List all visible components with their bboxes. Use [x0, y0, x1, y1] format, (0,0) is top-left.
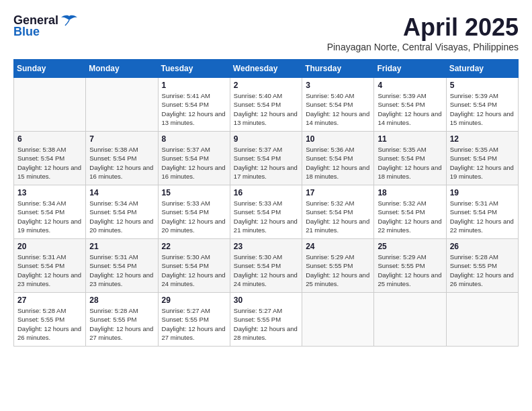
cell-info: Sunrise: 5:33 AMSunset: 5:54 PMDaylight:…	[162, 199, 226, 234]
day-number: 25	[378, 242, 442, 251]
calendar-cell	[374, 293, 446, 347]
calendar-cell: 28Sunrise: 5:28 AMSunset: 5:55 PMDayligh…	[86, 293, 158, 347]
calendar-cell: 17Sunrise: 5:32 AMSunset: 5:54 PMDayligh…	[302, 185, 374, 239]
calendar-cell: 29Sunrise: 5:27 AMSunset: 5:55 PMDayligh…	[158, 293, 230, 347]
location-subtitle: Pinayagan Norte, Central Visayas, Philip…	[327, 42, 519, 52]
calendar-cell	[446, 293, 518, 347]
cell-info: Sunrise: 5:32 AMSunset: 5:54 PMDaylight:…	[378, 199, 442, 234]
day-number: 26	[450, 242, 515, 251]
calendar-cell: 3Sunrise: 5:40 AMSunset: 5:54 PMDaylight…	[302, 78, 374, 132]
page-header: General Blue April 2025 Pinayagan Norte,…	[13, 13, 519, 52]
day-number: 21	[89, 242, 154, 251]
calendar-header-wednesday: Wednesday	[230, 60, 302, 78]
cell-info: Sunrise: 5:29 AMSunset: 5:55 PMDaylight:…	[378, 253, 442, 288]
cell-info: Sunrise: 5:31 AMSunset: 5:54 PMDaylight:…	[17, 253, 82, 288]
calendar-table: SundayMondayTuesdayWednesdayThursdayFrid…	[13, 59, 519, 347]
calendar-cell: 8Sunrise: 5:37 AMSunset: 5:54 PMDaylight…	[158, 132, 230, 185]
cell-info: Sunrise: 5:31 AMSunset: 5:54 PMDaylight:…	[450, 199, 515, 234]
day-number: 14	[89, 188, 154, 197]
calendar-cell: 16Sunrise: 5:33 AMSunset: 5:54 PMDayligh…	[230, 185, 302, 239]
day-number: 29	[162, 295, 226, 305]
cell-info: Sunrise: 5:38 AMSunset: 5:54 PMDaylight:…	[17, 145, 82, 181]
calendar-header-monday: Monday	[86, 60, 158, 78]
day-number: 2	[234, 81, 298, 90]
calendar-cell: 14Sunrise: 5:34 AMSunset: 5:54 PMDayligh…	[86, 185, 158, 239]
day-number: 10	[306, 134, 370, 144]
cell-info: Sunrise: 5:37 AMSunset: 5:54 PMDaylight:…	[162, 145, 226, 181]
calendar-cell	[302, 293, 374, 347]
cell-info: Sunrise: 5:29 AMSunset: 5:55 PMDaylight:…	[306, 253, 370, 288]
day-number: 30	[234, 295, 298, 305]
day-number: 5	[450, 81, 515, 90]
calendar-cell: 18Sunrise: 5:32 AMSunset: 5:54 PMDayligh…	[374, 185, 446, 239]
day-number: 22	[162, 242, 226, 251]
day-number: 12	[450, 134, 515, 144]
calendar-header-saturday: Saturday	[446, 60, 518, 78]
day-number: 6	[17, 134, 82, 144]
day-number: 17	[306, 188, 370, 197]
calendar-week-row: 13Sunrise: 5:34 AMSunset: 5:54 PMDayligh…	[14, 185, 519, 239]
calendar-cell: 9Sunrise: 5:37 AMSunset: 5:54 PMDaylight…	[230, 132, 302, 185]
calendar-cell: 15Sunrise: 5:33 AMSunset: 5:54 PMDayligh…	[158, 185, 230, 239]
month-year-title: April 2025	[327, 13, 519, 42]
calendar-cell	[86, 78, 158, 132]
calendar-cell: 10Sunrise: 5:36 AMSunset: 5:54 PMDayligh…	[302, 132, 374, 185]
day-number: 20	[17, 242, 82, 251]
day-number: 16	[234, 188, 298, 197]
day-number: 1	[162, 81, 226, 90]
calendar-cell: 11Sunrise: 5:35 AMSunset: 5:54 PMDayligh…	[374, 132, 446, 185]
cell-info: Sunrise: 5:33 AMSunset: 5:54 PMDaylight:…	[234, 199, 298, 234]
calendar-header-thursday: Thursday	[302, 60, 374, 78]
calendar-cell: 13Sunrise: 5:34 AMSunset: 5:54 PMDayligh…	[14, 185, 86, 239]
day-number: 19	[450, 188, 515, 197]
calendar-week-row: 1Sunrise: 5:41 AMSunset: 5:54 PMDaylight…	[14, 78, 519, 132]
cell-info: Sunrise: 5:30 AMSunset: 5:54 PMDaylight:…	[162, 253, 226, 288]
calendar-header-sunday: Sunday	[14, 60, 86, 78]
calendar-cell	[14, 78, 86, 132]
calendar-header-row: SundayMondayTuesdayWednesdayThursdayFrid…	[14, 60, 519, 78]
calendar-cell: 25Sunrise: 5:29 AMSunset: 5:55 PMDayligh…	[374, 239, 446, 293]
logo: General Blue	[13, 13, 79, 39]
cell-info: Sunrise: 5:31 AMSunset: 5:54 PMDaylight:…	[89, 253, 154, 288]
day-number: 23	[234, 242, 298, 251]
cell-info: Sunrise: 5:27 AMSunset: 5:55 PMDaylight:…	[234, 306, 298, 342]
calendar-week-row: 27Sunrise: 5:28 AMSunset: 5:55 PMDayligh…	[14, 293, 519, 347]
cell-info: Sunrise: 5:28 AMSunset: 5:55 PMDaylight:…	[450, 253, 515, 288]
cell-info: Sunrise: 5:40 AMSunset: 5:54 PMDaylight:…	[306, 91, 370, 127]
cell-info: Sunrise: 5:38 AMSunset: 5:54 PMDaylight:…	[89, 145, 154, 181]
cell-info: Sunrise: 5:30 AMSunset: 5:54 PMDaylight:…	[234, 253, 298, 288]
cell-info: Sunrise: 5:32 AMSunset: 5:54 PMDaylight:…	[306, 199, 370, 234]
day-number: 28	[89, 295, 154, 305]
calendar-cell: 6Sunrise: 5:38 AMSunset: 5:54 PMDaylight…	[14, 132, 86, 185]
cell-info: Sunrise: 5:36 AMSunset: 5:54 PMDaylight:…	[306, 145, 370, 181]
calendar-cell: 12Sunrise: 5:35 AMSunset: 5:54 PMDayligh…	[446, 132, 518, 185]
cell-info: Sunrise: 5:28 AMSunset: 5:55 PMDaylight:…	[89, 306, 154, 342]
calendar-week-row: 6Sunrise: 5:38 AMSunset: 5:54 PMDaylight…	[14, 132, 519, 185]
cell-info: Sunrise: 5:41 AMSunset: 5:54 PMDaylight:…	[162, 91, 226, 127]
cell-info: Sunrise: 5:39 AMSunset: 5:54 PMDaylight:…	[450, 91, 515, 127]
cell-info: Sunrise: 5:35 AMSunset: 5:54 PMDaylight:…	[450, 145, 515, 181]
calendar-cell: 4Sunrise: 5:39 AMSunset: 5:54 PMDaylight…	[374, 78, 446, 132]
calendar-cell: 19Sunrise: 5:31 AMSunset: 5:54 PMDayligh…	[446, 185, 518, 239]
calendar-cell: 5Sunrise: 5:39 AMSunset: 5:54 PMDaylight…	[446, 78, 518, 132]
day-number: 15	[162, 188, 226, 197]
day-number: 3	[306, 81, 370, 90]
calendar-cell: 21Sunrise: 5:31 AMSunset: 5:54 PMDayligh…	[86, 239, 158, 293]
calendar-cell: 7Sunrise: 5:38 AMSunset: 5:54 PMDaylight…	[86, 132, 158, 185]
day-number: 11	[378, 134, 442, 144]
day-number: 4	[378, 81, 442, 90]
calendar-week-row: 20Sunrise: 5:31 AMSunset: 5:54 PMDayligh…	[14, 239, 519, 293]
calendar-cell: 2Sunrise: 5:40 AMSunset: 5:54 PMDaylight…	[230, 78, 302, 132]
day-number: 9	[234, 134, 298, 144]
logo-blue: Blue	[13, 25, 40, 39]
day-number: 24	[306, 242, 370, 251]
calendar-cell: 27Sunrise: 5:28 AMSunset: 5:55 PMDayligh…	[14, 293, 86, 347]
calendar-cell: 23Sunrise: 5:30 AMSunset: 5:54 PMDayligh…	[230, 239, 302, 293]
calendar-header-friday: Friday	[374, 60, 446, 78]
cell-info: Sunrise: 5:39 AMSunset: 5:54 PMDaylight:…	[378, 91, 442, 127]
calendar-cell: 22Sunrise: 5:30 AMSunset: 5:54 PMDayligh…	[158, 239, 230, 293]
cell-info: Sunrise: 5:34 AMSunset: 5:54 PMDaylight:…	[17, 199, 82, 234]
calendar-cell: 24Sunrise: 5:29 AMSunset: 5:55 PMDayligh…	[302, 239, 374, 293]
day-number: 13	[17, 188, 82, 197]
calendar-cell: 30Sunrise: 5:27 AMSunset: 5:55 PMDayligh…	[230, 293, 302, 347]
